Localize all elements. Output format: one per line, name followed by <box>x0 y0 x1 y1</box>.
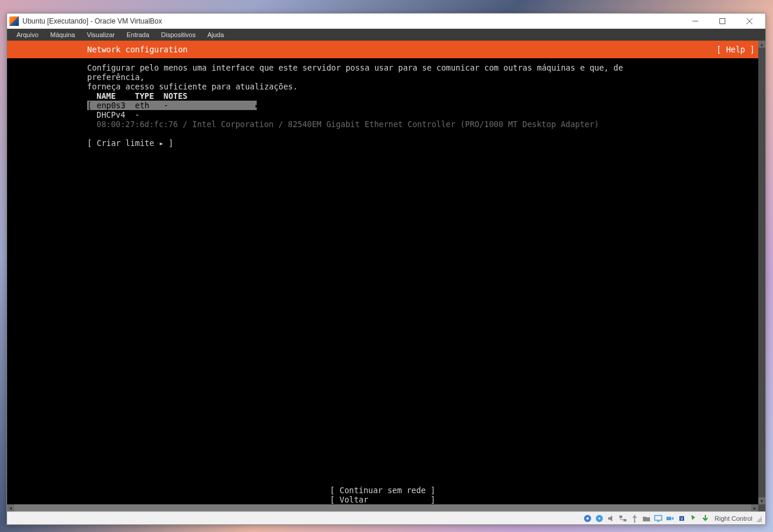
hard-disk-icon[interactable] <box>583 514 592 523</box>
minimize-button[interactable] <box>682 14 709 28</box>
virtualbox-window: Ubuntu [Executando] - Oracle VM VirtualB… <box>6 13 766 525</box>
host-key-label: Right Control <box>715 515 752 522</box>
interface-enp0s3-row[interactable]: [ enp0s3 eth - ▸ ] <box>87 101 257 110</box>
audio-icon[interactable] <box>606 514 616 523</box>
usb-icon[interactable] <box>630 514 639 523</box>
vertical-scrollbar[interactable]: ▴ ▾ <box>758 41 765 504</box>
menu-arquivo[interactable]: Arquivo <box>11 30 44 39</box>
menu-visualizar[interactable]: Visualizar <box>81 30 121 39</box>
installer-description: Configurar pelo menos uma interface que … <box>87 63 676 91</box>
horizontal-scrollbar[interactable]: ◂ ▸ <box>7 504 758 511</box>
installer-title: Network configuration <box>87 45 188 54</box>
keyboard-capture-icon[interactable] <box>701 514 710 523</box>
maximize-button[interactable] <box>709 14 736 28</box>
installer-nav-buttons: [ Continuar sem rede ] [ Voltar ] <box>7 486 758 504</box>
optical-drive-icon[interactable] <box>595 514 604 523</box>
svg-rect-5 <box>619 516 622 518</box>
menubar: Arquivo Máquina Visualizar Entrada Dispo… <box>7 29 765 41</box>
menu-ajuda[interactable]: Ajuda <box>201 30 230 39</box>
interface-table-header: NAME TYPE NOTES <box>97 91 187 101</box>
help-button[interactable]: [ Help ] <box>716 45 755 54</box>
svg-rect-8 <box>655 516 662 520</box>
shared-folders-icon[interactable] <box>642 514 651 523</box>
scroll-up-icon[interactable]: ▴ <box>758 41 765 48</box>
close-button[interactable] <box>736 14 763 28</box>
recording-icon[interactable] <box>665 514 675 523</box>
horizontal-scroll-thumb[interactable] <box>14 504 751 511</box>
window-title: Ubuntu [Executando] - Oracle VM VirtualB… <box>22 17 682 25</box>
menu-maquina[interactable]: Máquina <box>44 30 81 39</box>
scroll-left-icon[interactable]: ◂ <box>7 504 14 511</box>
vm-display-area: Network configuration [ Help ] Configura… <box>7 41 765 511</box>
network-icon[interactable] <box>618 514 628 523</box>
menu-entrada[interactable]: Entrada <box>121 30 155 39</box>
window-controls <box>682 14 763 28</box>
interface-hardware-info: 08:00:27:6d:fc:76 / Intel Corporation / … <box>97 119 599 129</box>
app-icon <box>9 16 19 26</box>
processor-icon[interactable]: V <box>677 514 686 523</box>
installer-header: Network configuration [ Help ] <box>7 41 758 58</box>
interface-dhcp-status: DHCPv4 - <box>97 110 140 119</box>
svg-point-4 <box>598 517 600 519</box>
svg-rect-0 <box>720 18 725 24</box>
installer-body: Configurar pelo menos uma interface que … <box>7 58 758 504</box>
continue-without-network-button[interactable]: [ Continuar sem rede ] <box>7 486 758 495</box>
svg-rect-9 <box>666 517 671 520</box>
resize-grip-icon[interactable] <box>755 515 762 522</box>
display-icon[interactable] <box>653 514 663 523</box>
titlebar[interactable]: Ubuntu [Executando] - Oracle VM VirtualB… <box>7 14 765 29</box>
scroll-down-icon[interactable]: ▾ <box>758 497 765 504</box>
scroll-corner <box>758 504 765 511</box>
mouse-integration-icon[interactable] <box>689 514 698 523</box>
menu-dispositivos[interactable]: Dispositivos <box>155 30 202 39</box>
scroll-right-icon[interactable]: ▸ <box>751 504 758 511</box>
statusbar: V Right Control <box>7 511 765 524</box>
back-button[interactable]: [ Voltar ] <box>7 495 758 504</box>
guest-screen[interactable]: Network configuration [ Help ] Configura… <box>7 41 758 504</box>
svg-point-7 <box>634 521 635 522</box>
svg-point-2 <box>586 517 589 520</box>
create-bond-button[interactable]: [ Criar limite ▸ ] <box>87 138 173 148</box>
